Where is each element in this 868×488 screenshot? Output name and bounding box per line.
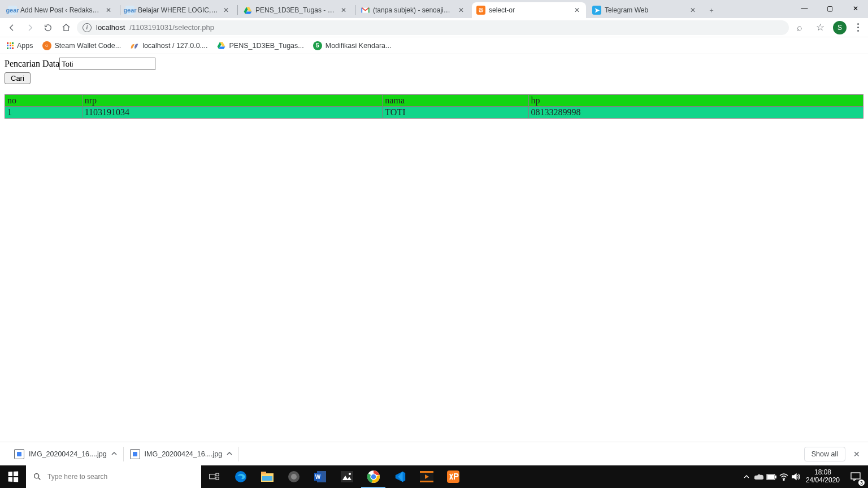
taskbar-app-icon[interactable] — [280, 465, 307, 488]
table-header-cell: hp — [528, 95, 863, 107]
address-bar[interactable]: i localhost/1103191031/selector.php — [77, 20, 789, 35]
downloads-shelf: IMG_20200424_16....jpgIMG_20200424_16...… — [0, 442, 868, 465]
file-icon — [130, 449, 140, 459]
taskbar-explorer-icon[interactable] — [254, 465, 280, 488]
tab-close-icon[interactable]: ✕ — [688, 6, 697, 15]
svg-point-15 — [291, 474, 297, 480]
tab-title: Add New Post ‹ Redaksiana – — [20, 6, 101, 14]
site-info-icon[interactable]: i — [83, 23, 92, 32]
taskbar-clock[interactable]: 18:08 24/04/2020 — [802, 469, 843, 485]
download-filename: IMG_20200424_16....jpg — [145, 450, 223, 458]
window-maximize-button[interactable]: ▢ — [817, 0, 843, 17]
tab-title: Telegram Web — [605, 6, 685, 14]
tab-close-icon[interactable]: ✕ — [457, 6, 466, 15]
svg-rect-19 — [341, 471, 353, 482]
svg-point-6 — [34, 474, 39, 478]
browser-tab[interactable]: gearAdd New Post ‹ Redaksiana –✕ — [3, 2, 118, 18]
table-header-cell: nama — [383, 95, 528, 107]
nav-back-button[interactable] — [5, 20, 19, 35]
taskbar-edge-icon[interactable] — [227, 465, 254, 488]
svg-rect-13 — [262, 476, 272, 481]
start-button[interactable] — [0, 465, 26, 488]
tab-favicon: ⛭ — [476, 6, 485, 15]
bookmark-item[interactable]: PENS_1D3EB_Tugas... — [217, 41, 304, 50]
bookmark-star-icon[interactable]: ☆ — [813, 20, 827, 35]
tab-close-icon[interactable]: ✕ — [572, 6, 581, 15]
tab-title: select-or — [489, 6, 569, 14]
bookmark-favicon — [130, 41, 139, 50]
search-input[interactable] — [59, 58, 155, 70]
drive-icon — [243, 6, 252, 15]
browser-tab[interactable]: gearBelajar WHERE LOGIC,dan DE✕ — [121, 2, 235, 18]
bookmark-favicon: ○ — [42, 41, 51, 50]
chevron-up-icon[interactable] — [227, 450, 232, 458]
downloads-close-button[interactable]: ✕ — [853, 450, 860, 459]
kebab-menu-icon[interactable] — [852, 23, 863, 32]
bookmark-item[interactable]: 5Modifikasi Kendara... — [313, 41, 392, 50]
browser-tab[interactable]: (tanpa subjek) - senoaji3599✕ — [356, 2, 470, 18]
tab-close-icon[interactable]: ✕ — [104, 6, 113, 15]
tab-title: Belajar WHERE LOGIC,dan DE — [138, 6, 218, 14]
bookmark-favicon — [217, 41, 226, 50]
tray-wifi-icon[interactable] — [778, 465, 790, 488]
bookmark-item[interactable]: ○Steam Wallet Code... — [42, 41, 121, 50]
clock-date: 24/04/2020 — [806, 477, 840, 485]
bookmark-item[interactable]: localhost / 127.0.0.... — [130, 41, 207, 50]
apps-grid-icon — [7, 42, 14, 49]
svg-rect-33 — [767, 475, 774, 478]
svg-rect-9 — [216, 477, 219, 480]
taskbar-photos-icon[interactable] — [333, 465, 360, 488]
nav-reload-button[interactable] — [41, 20, 55, 35]
taskbar-word-icon[interactable]: W — [307, 465, 333, 488]
tray-onedrive-icon[interactable] — [753, 465, 765, 488]
nav-home-button[interactable] — [59, 20, 73, 35]
svg-rect-12 — [261, 472, 266, 474]
action-center-button[interactable]: 3 — [843, 465, 868, 488]
tray-battery-icon[interactable] — [765, 465, 778, 488]
downloads-show-all-button[interactable]: Show all — [804, 447, 845, 461]
windows-logo-icon — [8, 472, 18, 482]
profile-avatar[interactable]: S — [833, 21, 847, 34]
taskbar-chrome-icon[interactable] — [360, 465, 387, 488]
tab-close-icon[interactable]: ✕ — [339, 6, 348, 15]
chevron-up-icon[interactable] — [111, 450, 117, 458]
table-header-cell: no — [5, 95, 83, 107]
new-tab-button[interactable]: ＋ — [704, 2, 719, 18]
tab-title: PENS_1D3EB_Tugas - Google — [255, 6, 336, 14]
tray-chevron-icon[interactable] — [740, 465, 753, 488]
bookmark-favicon: 5 — [313, 41, 322, 50]
taskbar-mediaplayer-icon[interactable] — [413, 465, 440, 488]
taskbar-search-placeholder: Type here to search — [47, 473, 107, 481]
taskbar-app-icons: W — [227, 465, 466, 488]
browser-tab[interactable]: ⛭select-or✕ — [472, 2, 586, 18]
browser-tab-strip: gearAdd New Post ‹ Redaksiana –✕gearBela… — [0, 0, 868, 18]
tab-favicon: gear — [8, 6, 17, 15]
clock-time: 18:08 — [814, 469, 831, 477]
search-button[interactable]: Cari — [5, 72, 31, 84]
svg-rect-32 — [775, 476, 776, 478]
task-view-icon — [209, 473, 219, 481]
tray-volume-icon[interactable] — [790, 465, 802, 488]
taskbar-vscode-icon[interactable] — [387, 465, 413, 488]
download-item[interactable]: IMG_20200424_16....jpg — [124, 445, 239, 463]
tab-close-icon[interactable]: ✕ — [222, 6, 231, 15]
apps-launcher[interactable]: Apps — [7, 42, 33, 50]
table-header-cell: nrp — [82, 95, 383, 107]
bookmark-label: Modifikasi Kendara... — [326, 42, 392, 50]
table-cell: 08133289998 — [528, 107, 863, 119]
zoom-icon[interactable]: ⌕ — [792, 20, 807, 35]
nav-forward-button[interactable] — [23, 20, 37, 35]
task-view-button[interactable] — [201, 465, 227, 488]
table-cell: 1 — [5, 107, 83, 119]
taskbar-xampp-icon[interactable] — [440, 465, 466, 488]
window-minimize-button[interactable]: — — [792, 0, 817, 17]
svg-text:W: W — [315, 474, 320, 480]
taskbar-search[interactable]: Type here to search — [26, 465, 201, 488]
window-close-button[interactable]: ✕ — [843, 0, 868, 17]
download-item[interactable]: IMG_20200424_16....jpg — [8, 445, 123, 463]
browser-tab[interactable]: PENS_1D3EB_Tugas - Google✕ — [238, 2, 353, 18]
notification-badge: 3 — [858, 480, 865, 486]
windows-taskbar: Type here to search W 18:08 24/04/2020 — [0, 465, 868, 488]
table-row: 11103191034TOTI08133289998 — [5, 107, 863, 119]
browser-tab[interactable]: ➤Telegram Web✕ — [588, 2, 702, 18]
